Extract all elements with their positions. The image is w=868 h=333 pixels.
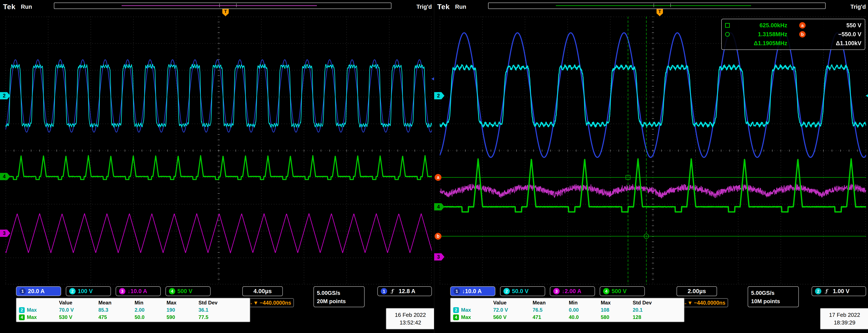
channel-3-badge: 3 <box>119 288 125 295</box>
trigger-position-flag[interactable]: T <box>222 9 229 16</box>
measurement-value: 85.3 <box>96 307 132 313</box>
measurement-header-cell: Min <box>566 300 598 306</box>
trigger-readout[interactable]: 2 1.00 V <box>812 286 866 296</box>
channel-3-readout[interactable]: 3↓2.00 A <box>550 286 595 296</box>
horizontal-position-value: −440.0000ns <box>694 300 725 306</box>
top-bar: Tek Run T Trig'd <box>0 0 434 17</box>
channel-1-readout[interactable]: 120.0 A <box>16 286 61 296</box>
measurement-header: ValueMeanMinMaxStd Dev <box>18 299 248 306</box>
measurement-value: 128 <box>630 314 664 320</box>
measurement-value: 40.0 <box>566 314 598 320</box>
record-view-bar[interactable] <box>54 3 392 9</box>
channel-3-scale-label: ↓10.0 A <box>128 288 147 295</box>
cursor-readout-box: 625.00kHza550 V1.3158MHzb−550.0 VΔ1.1905… <box>721 19 865 50</box>
channel-4-badge: 4 <box>169 288 175 295</box>
measurement-value: 76.5 <box>530 307 566 313</box>
cursor-circle-icon <box>725 32 730 37</box>
trigger-readout[interactable]: 1 12.8 A <box>377 286 432 296</box>
measurement-channel-badge: 2 <box>19 307 25 313</box>
timebase-readout[interactable]: 4.00µs <box>242 286 283 296</box>
channel-1-scale-label: 20.0 A <box>28 288 45 295</box>
waveform-canvas <box>5 17 432 285</box>
expand-bracket-left <box>654 3 654 7</box>
sample-rate-readout: 5.00GS/s 20M points <box>313 286 365 307</box>
acquisition-status: Run <box>21 4 32 10</box>
channel-3-badge: 3 <box>553 288 560 295</box>
measurement-row-ch4: 4Max530 V47550.059077.5 <box>18 313 248 321</box>
trigger-level-value: 12.8 A <box>399 288 415 295</box>
scope-panel-right: Tek Run T Trig'd 243ab 625.00kHza550 V1.… <box>434 0 868 333</box>
expand-bracket-right <box>236 3 237 7</box>
measurement-value: 190 <box>164 307 196 313</box>
measurement-header-cell: Min <box>132 300 164 306</box>
measurement-header-cell: Std Dev <box>196 300 230 306</box>
measurement-header-cell: Mean <box>96 300 132 306</box>
acquisition-status: Run <box>455 4 466 10</box>
measurement-value: 77.5 <box>196 314 230 320</box>
channel-4-badge: 4 <box>603 288 610 295</box>
cursor-a-badge: a <box>799 22 806 29</box>
readout-strip: 120.0 A2100 V3↓10.0 A4500 V 4.00µs ≈→▼ −… <box>0 285 434 333</box>
trigger-status: Trig'd <box>850 4 866 10</box>
measurement-table: ValueMeanMinMaxStd Dev 2Max72.0 V76.50.0… <box>450 298 684 322</box>
trigger-source-badge: 1 <box>381 288 387 295</box>
cursor-readout-row-2: 1.3158MHzb−550.0 V <box>725 30 861 39</box>
trigger-status: Trig'd <box>416 4 432 10</box>
trigger-position-flag[interactable]: T <box>656 9 663 16</box>
measurement-header-cell: Max <box>598 300 630 306</box>
measurement-value: 20.1 <box>630 307 664 313</box>
channel-2-badge: 2 <box>69 288 75 295</box>
top-bar: Tek Run T Trig'd <box>434 0 868 17</box>
measurement-row-ch2: 2Max70.0 V85.32.0019036.1 <box>18 306 248 313</box>
measurement-name: Max <box>461 307 471 313</box>
measurement-channel-badge: 4 <box>19 314 25 320</box>
record-view-bar[interactable] <box>488 3 826 9</box>
measurement-channel-badge: 2 <box>453 307 459 313</box>
measurement-channel-badge: 4 <box>453 314 459 320</box>
time-value: 18:39:29 <box>834 319 855 326</box>
channel-2-badge: 2 <box>503 288 510 295</box>
cursor-b-badge: b <box>799 31 806 37</box>
channel-2-scale-label: 50.0 V <box>512 288 529 295</box>
channel-1-readout[interactable]: 1↓10.0 A <box>450 286 495 296</box>
readout-strip: 1↓10.0 A250.0 V3↓2.00 A4500 V 2.00µs ≈→▼… <box>434 285 868 333</box>
measurement-value: 475 <box>96 314 132 320</box>
scope-panel-left: Tek Run T Trig'd 243 120.0 A2100 V3↓10.0… <box>0 0 434 333</box>
record-length-value: 20M points <box>317 297 361 305</box>
channel-readout-row: 120.0 A2100 V3↓10.0 A4500 V <box>16 286 211 296</box>
channel-4-scale-label: 500 V <box>177 288 192 295</box>
sample-rate-value: 5.00GS/s <box>751 289 795 297</box>
measurement-value: 580 <box>598 314 630 320</box>
timebase-value: 4.00µs <box>253 288 272 295</box>
measurement-value: 530 V <box>56 314 96 320</box>
cursor-square-icon <box>725 23 730 28</box>
measurement-value: 560 V <box>491 314 530 320</box>
channel-1-badge: 1 <box>454 288 460 295</box>
cursor-voltage-value: 550 V <box>808 22 861 29</box>
cursor-readout-row-3: Δ1.1905MHzΔ1.100kV <box>725 39 861 48</box>
measurement-rows: 2Max70.0 V85.32.0019036.14Max530 V47550.… <box>18 306 248 321</box>
channel-2-readout[interactable]: 250.0 V <box>500 286 545 296</box>
measurement-table: ValueMeanMinMaxStd Dev 2Max70.0 V85.32.0… <box>16 298 250 322</box>
cursor-voltage-value: Δ1.100kV <box>808 40 861 47</box>
measurement-value: 2.00 <box>132 307 164 313</box>
cursor-readout-row-1: 625.00kHza550 V <box>725 21 861 30</box>
channel-2-readout[interactable]: 2100 V <box>66 286 111 296</box>
measurement-value: 0.00 <box>566 307 598 313</box>
measurement-header-cell: Value <box>491 300 530 306</box>
measurement-name: Max <box>27 314 37 320</box>
channel-3-readout[interactable]: 3↓10.0 A <box>116 286 161 296</box>
measurement-value: 590 <box>164 314 196 320</box>
timebase-value: 2.00µs <box>688 288 706 295</box>
timebase-readout[interactable]: 2.00µs <box>677 286 717 296</box>
cursor-frequency-value: Δ1.1905MHz <box>732 40 787 47</box>
datetime-box: 17 Feb 2022 18:39:29 <box>820 308 868 329</box>
measurement-value: 50.0 <box>132 314 164 320</box>
measurement-name: Max <box>27 307 37 313</box>
channel-4-readout[interactable]: 4500 V <box>600 286 645 296</box>
measurement-header-cell: Value <box>56 300 96 306</box>
channel-2-scale-label: 100 V <box>78 288 93 295</box>
channel-1-scale-label: ↓10.0 A <box>462 288 482 295</box>
tek-logo: Tek <box>437 3 450 11</box>
channel-4-readout[interactable]: 4500 V <box>165 286 211 296</box>
